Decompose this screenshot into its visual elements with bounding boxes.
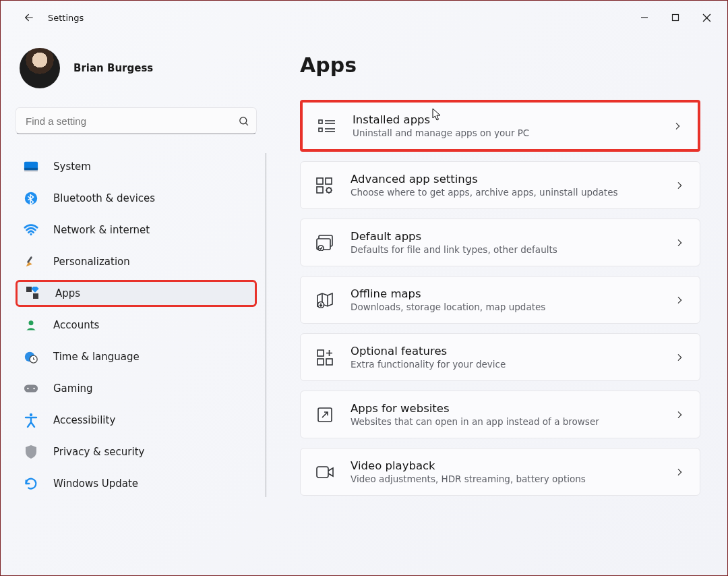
card-subtitle: Extra functionality for your device [351,359,674,370]
search-icon [238,115,249,127]
sidebar-item-privacy[interactable]: Privacy & security [16,438,257,465]
chevron-right-icon [674,352,685,363]
svg-rect-22 [319,120,322,123]
card-apps-for-websites[interactable]: Apps for websites Websites that can open… [300,391,700,438]
card-optional-features[interactable]: Optional features Extra functionality fo… [300,333,700,381]
sidebar-item-accessibility[interactable]: Accessibility [16,407,257,434]
sidebar: Brian Burgess System Bluetooth & devices [1,34,270,575]
search-box[interactable] [16,107,257,134]
card-subtitle: Downloads, storage location, map updates [351,301,674,312]
card-subtitle: Choose where to get apps, archive apps, … [351,187,674,198]
svg-rect-36 [317,350,324,356]
update-icon [24,476,38,491]
svg-point-10 [30,233,32,235]
chevron-right-icon [674,409,685,420]
display-icon [24,159,38,174]
sidebar-item-label: Accounts [53,319,99,331]
apps-gear-icon [315,176,334,195]
svg-rect-28 [317,178,323,184]
close-icon [702,13,711,22]
window-title: Settings [48,13,84,23]
card-advanced-app-settings[interactable]: Advanced app settings Choose where to ge… [300,161,700,209]
card-subtitle: Defaults for file and link types, other … [351,244,674,255]
search-input[interactable] [26,115,238,127]
minimize-button[interactable] [629,7,660,28]
nav-divider [266,153,267,497]
card-title: Apps for websites [351,402,674,415]
card-offline-maps[interactable]: Offline maps Downloads, storage location… [300,276,700,324]
svg-line-5 [245,123,247,125]
svg-rect-8 [24,171,38,172]
sidebar-item-network[interactable]: Network & internet [16,217,257,243]
sidebar-item-label: System [53,161,91,173]
map-download-icon [315,291,334,310]
card-subtitle: Uninstall and manage apps on your PC [353,127,672,138]
open-app-icon [315,405,334,424]
profile[interactable]: Brian Burgess [16,48,270,88]
sidebar-item-apps[interactable]: Apps [16,280,257,307]
card-title: Offline maps [351,287,674,300]
chevron-right-icon [674,180,685,191]
bluetooth-icon [24,191,38,206]
svg-rect-38 [326,359,332,365]
sidebar-item-system[interactable]: System [16,153,257,180]
avatar [20,48,60,88]
maximize-button[interactable] [660,7,691,28]
sidebar-item-label: Network & internet [53,224,150,236]
sidebar-item-label: Accessibility [53,414,115,426]
svg-point-20 [33,388,34,389]
nav: System Bluetooth & devices Network & int… [16,153,270,497]
card-default-apps[interactable]: Default apps Defaults for file and link … [300,219,700,266]
sidebar-item-bluetooth[interactable]: Bluetooth & devices [16,185,257,212]
svg-rect-14 [31,287,38,293]
accessibility-icon [24,413,38,428]
svg-rect-30 [317,187,323,193]
svg-point-21 [30,413,32,416]
list-icon [317,117,336,136]
clock-globe-icon [24,349,38,364]
sidebar-item-label: Windows Update [53,478,138,490]
wifi-icon [24,223,38,237]
sidebar-item-accounts[interactable]: Accounts [16,312,257,339]
shield-icon [24,444,38,459]
svg-rect-40 [317,467,328,478]
titlebar: Settings [1,1,727,34]
grid-plus-icon [315,348,334,367]
sidebar-item-label: Personalization [53,256,130,268]
minimize-icon [640,13,648,22]
sidebar-item-gaming[interactable]: Gaming [16,375,257,402]
card-title: Advanced app settings [351,173,674,185]
card-video-playback[interactable]: Video playback Video adjustments, HDR st… [300,448,700,496]
gamepad-icon [24,381,38,396]
sidebar-item-label: Bluetooth & devices [53,192,155,204]
sidebar-item-update[interactable]: Windows Update [16,470,257,497]
svg-point-31 [327,188,332,192]
svg-point-9 [25,192,37,204]
chevron-right-icon [672,121,683,132]
card-installed-apps[interactable]: Installed apps Uninstall and manage apps… [300,100,700,152]
apps-icon [26,286,40,301]
sidebar-item-time[interactable]: Time & language [16,343,257,370]
close-button[interactable] [691,7,722,28]
page-title: Apps [300,53,700,77]
card-title: Installed apps [353,113,672,126]
paintbrush-icon [24,254,38,269]
person-icon [24,318,38,333]
maximize-icon [671,13,679,22]
svg-point-19 [27,388,28,389]
video-icon [315,463,334,482]
back-button[interactable] [16,4,42,31]
sidebar-item-label: Time & language [53,351,140,363]
svg-rect-29 [326,178,332,184]
svg-rect-37 [317,359,324,365]
chevron-right-icon [674,295,685,306]
main-content: Apps Installed apps Uninstall and manage… [270,34,727,575]
sidebar-item-label: Privacy & security [53,446,144,458]
svg-point-4 [240,117,247,123]
sidebar-item-label: Apps [55,287,80,299]
svg-rect-12 [26,287,32,292]
svg-rect-11 [27,256,33,264]
card-title: Optional features [351,345,674,357]
svg-rect-13 [33,293,38,299]
sidebar-item-personalization[interactable]: Personalization [16,248,257,275]
